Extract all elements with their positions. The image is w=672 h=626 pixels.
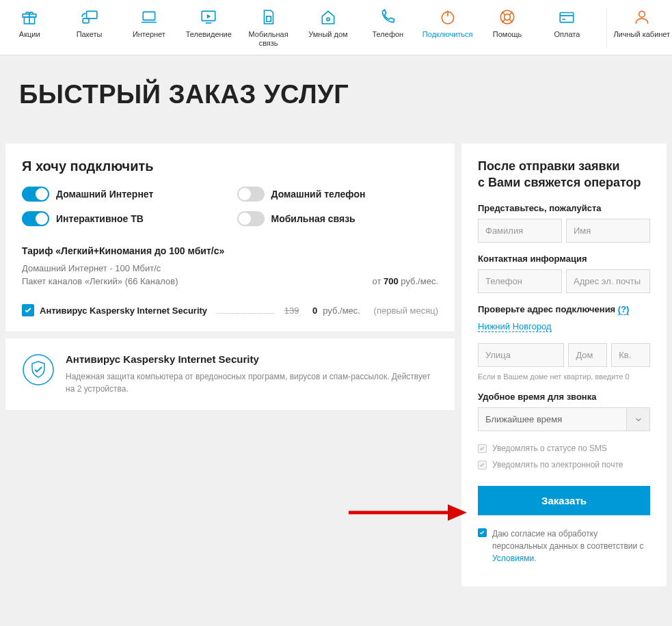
nav-smarthome[interactable]: Умный дом — [299, 8, 358, 48]
nav-cabinet[interactable]: Личный кабинет — [607, 8, 672, 48]
time-label: Удобное время для звонка — [478, 392, 650, 402]
nav-label: Помощь — [493, 30, 522, 39]
consent-link[interactable]: Условиями — [492, 554, 534, 563]
addon-checkbox[interactable] — [22, 304, 34, 316]
house-input[interactable] — [568, 343, 607, 367]
consent-checkbox[interactable] — [478, 528, 487, 537]
content-area: Я хочу подключить Домашний Интернет Дома… — [0, 144, 672, 614]
nav-label: Оплата — [554, 30, 580, 39]
order-button[interactable]: Заказать — [478, 486, 650, 515]
firstname-input[interactable] — [566, 219, 650, 243]
toggle-label: Интерактивное ТВ — [56, 213, 144, 224]
apartment-input[interactable] — [611, 343, 650, 367]
nav-help[interactable]: Помощь — [478, 8, 537, 48]
toggle-switch[interactable] — [237, 187, 265, 202]
name-row — [478, 219, 650, 243]
toggle-home-internet: Домашний Интернет — [22, 187, 224, 202]
old-price: 139 — [284, 305, 299, 316]
tariff-price: от 700 руб./мес. — [372, 276, 438, 286]
connect-heading: Я хочу подключить — [22, 159, 438, 174]
select-value: Ближайшее время — [478, 407, 627, 431]
toggle-label: Домашний Интернет — [56, 189, 153, 200]
email-checkbox[interactable] — [478, 461, 487, 470]
separator-dots — [217, 307, 275, 314]
home-icon — [319, 8, 337, 26]
power-icon — [439, 8, 457, 26]
email-input[interactable] — [566, 269, 650, 293]
new-price: 0 — [312, 305, 317, 316]
phone-icon — [379, 8, 397, 26]
nav-internet[interactable]: Интернет — [120, 8, 179, 48]
svg-rect-11 — [561, 13, 574, 23]
nav-label: Личный кабинет — [613, 30, 670, 39]
nav-label: Телефон — [373, 30, 404, 39]
shield-icon — [22, 353, 55, 386]
devices-icon — [81, 8, 98, 26]
contact-row — [478, 269, 650, 293]
info-text: Надежная защита компьютера от вредоносны… — [66, 370, 438, 395]
card-icon — [558, 8, 576, 26]
tariff-price-row: Пакет каналов «Легкий» (66 Каналов) от 7… — [22, 276, 438, 289]
nav-phone[interactable]: Телефон — [358, 8, 418, 48]
toggle-switch[interactable] — [22, 187, 49, 202]
toggle-mobile: Мобильная связь — [237, 211, 439, 226]
toggle-tv: Интерактивное ТВ — [22, 211, 224, 226]
consent-row: Даю согласие на обработку персональных д… — [478, 528, 650, 564]
toggle-grid: Домашний Интернет Домашний телефон Интер… — [22, 187, 438, 226]
page-title: БЫСТРЫЙ ЗАКАЗ УСЛУГ — [19, 80, 653, 109]
chevron-down-icon — [627, 407, 650, 431]
sms-checkbox[interactable] — [478, 444, 487, 453]
svg-rect-4 — [143, 12, 154, 20]
nav-promo[interactable]: Акции — [0, 8, 59, 48]
right-column: После отправки заявкис Вами свяжется опе… — [461, 144, 667, 593]
nav-label: Телевидение — [186, 30, 232, 39]
toggle-home-phone: Домашний телефон — [237, 187, 439, 202]
nav-payment[interactable]: Оплата — [537, 8, 606, 48]
city-link[interactable]: Нижний Новгород — [478, 321, 552, 332]
toggle-label: Домашний телефон — [271, 189, 366, 200]
svg-point-7 — [327, 18, 330, 21]
svg-rect-2 — [86, 11, 96, 18]
time-select[interactable]: Ближайшее время — [478, 407, 650, 431]
info-content: Антивирус Kaspersky Internet Security На… — [66, 353, 438, 395]
toggle-switch[interactable] — [237, 211, 265, 226]
nav-connect[interactable]: Подключиться — [418, 8, 478, 48]
toggle-switch[interactable] — [22, 211, 49, 226]
sms-notify-row: Уведомлять о статусе по SMS — [478, 444, 650, 453]
nav-label: Мобильная связь — [239, 30, 297, 48]
nav-label: Подключиться — [422, 30, 473, 39]
nav-mobile[interactable]: Мобильная связь — [239, 8, 298, 48]
services-card: Я хочу подключить Домашний Интернет Дома… — [5, 144, 455, 331]
nav-tv[interactable]: Телевидение — [179, 8, 239, 48]
left-column: Я хочу подключить Домашний Интернет Дома… — [5, 144, 455, 593]
contact-label: Контактная информация — [478, 254, 650, 264]
tariff-detail: Домашний Интернет - 100 Мбит/с — [22, 263, 438, 273]
form-heading: После отправки заявкис Вами свяжется опе… — [478, 159, 650, 191]
tariff-name: Тариф «Легкий+Киномания до 100 мбит/с» — [22, 245, 438, 256]
address-row — [478, 343, 650, 367]
email-label: Уведомлять по электронной почте — [492, 460, 623, 470]
antivirus-info-card: Антивирус Kaspersky Internet Security На… — [5, 338, 455, 410]
address-label: Проверьте адрес подключения (?) — [478, 304, 650, 314]
phone-input[interactable] — [478, 269, 562, 293]
svg-point-12 — [639, 11, 645, 17]
page-title-section: БЫСТРЫЙ ЗАКАЗ УСЛУГ — [0, 55, 672, 144]
toggle-label: Мобильная связь — [271, 213, 355, 224]
nav-label: Интернет — [133, 30, 165, 39]
svg-rect-6 — [266, 16, 271, 22]
lastname-input[interactable] — [478, 219, 562, 243]
order-form-card: После отправки заявкис Вами свяжется опе… — [461, 144, 667, 586]
addon-row: Антивирус Kaspersky Internet Security 13… — [22, 304, 438, 316]
email-notify-row: Уведомлять по электронной почте — [478, 460, 650, 470]
laptop-icon — [140, 8, 158, 26]
tv-icon — [200, 8, 217, 26]
sim-icon — [260, 8, 278, 26]
help-link[interactable]: (?) — [618, 304, 630, 315]
nav-label: Умный дом — [308, 30, 347, 39]
sms-label: Уведомлять о статусе по SMS — [492, 444, 607, 453]
apartment-hint: Если в Вашем доме нет квартир, введите 0 — [478, 372, 650, 381]
street-input[interactable] — [478, 343, 564, 367]
nav-packages[interactable]: Пакеты — [59, 8, 119, 48]
svg-rect-3 — [83, 18, 89, 23]
price-unit: руб./мес. — [323, 305, 360, 316]
